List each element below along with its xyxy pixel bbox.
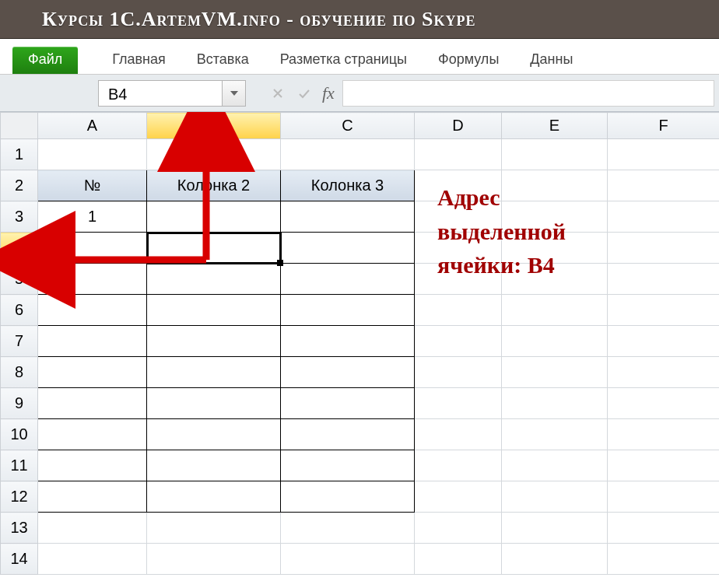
cell-A1[interactable] [38,139,147,170]
cell-F12[interactable] [608,481,720,513]
cell-A9[interactable] [38,388,147,419]
cell-D9[interactable] [415,388,502,419]
cell-E6[interactable] [502,295,608,326]
row-header-2[interactable]: 2 [1,170,38,201]
cell-F10[interactable] [608,419,720,450]
cell-D12[interactable] [415,481,502,513]
cell-B8[interactable] [147,357,281,388]
cell-B7[interactable] [147,326,281,357]
row-header-10[interactable]: 10 [1,419,38,450]
cell-F13[interactable] [608,513,720,544]
row-header-14[interactable]: 14 [1,544,38,575]
cell-B3[interactable] [147,201,281,233]
cell-F1[interactable] [608,139,720,170]
cell-E1[interactable] [502,139,608,170]
cell-D6[interactable] [415,295,502,326]
cell-D13[interactable] [415,513,502,544]
cell-B9[interactable] [147,388,281,419]
cell-A2[interactable]: № [38,170,147,201]
row-header-1[interactable]: 1 [1,139,38,170]
cell-B10[interactable] [147,419,281,450]
cell-A3[interactable]: 1 [38,201,147,233]
cell-D7[interactable] [415,326,502,357]
cell-D11[interactable] [415,450,502,481]
cell-D1[interactable] [415,139,502,170]
row-header-3[interactable]: 3 [1,201,38,233]
cell-A8[interactable] [38,357,147,388]
cell-A6[interactable] [38,295,147,326]
cell-B4[interactable] [147,233,281,264]
row-header-9[interactable]: 9 [1,388,38,419]
cell-B5[interactable] [147,264,281,295]
cell-D10[interactable] [415,419,502,450]
tab-formulas[interactable]: Формулы [423,45,514,74]
cell-C11[interactable] [281,450,415,481]
row-header-7[interactable]: 7 [1,326,38,357]
cell-F14[interactable] [608,544,720,575]
cell-C1[interactable] [281,139,415,170]
cell-F8[interactable] [608,357,720,388]
cell-C10[interactable] [281,419,415,450]
file-tab[interactable]: Файл [12,47,78,74]
cell-A13[interactable] [38,513,147,544]
cell-B6[interactable] [147,295,281,326]
row-header-13[interactable]: 13 [1,513,38,544]
cell-B2[interactable]: Колонка 2 [147,170,281,201]
row-header-5[interactable]: 5 [1,264,38,295]
tab-data[interactable]: Данны [514,45,588,74]
cell-B13[interactable] [147,513,281,544]
enter-icon[interactable] [291,80,317,107]
cell-C9[interactable] [281,388,415,419]
col-header-A[interactable]: A [38,113,147,139]
formula-input[interactable] [342,80,714,107]
cell-A12[interactable] [38,481,147,513]
fx-label[interactable]: fx [322,83,335,103]
cell-B11[interactable] [147,450,281,481]
cell-A14[interactable] [38,544,147,575]
cell-F6[interactable] [608,295,720,326]
tab-insert[interactable]: Вставка [181,45,265,74]
col-header-B[interactable]: B [147,113,281,139]
cell-C2[interactable]: Колонка 3 [281,170,415,201]
cell-E9[interactable] [502,388,608,419]
cell-F9[interactable] [608,388,720,419]
cell-E11[interactable] [502,450,608,481]
cell-A5[interactable] [38,264,147,295]
cell-F11[interactable] [608,450,720,481]
cell-B1[interactable] [147,139,281,170]
cell-E8[interactable] [502,357,608,388]
cell-E14[interactable] [502,544,608,575]
cell-A10[interactable] [38,419,147,450]
cell-D14[interactable] [415,544,502,575]
cell-F7[interactable] [608,326,720,357]
col-header-E[interactable]: E [502,113,608,139]
cell-E10[interactable] [502,419,608,450]
cell-B14[interactable] [147,544,281,575]
cell-C3[interactable] [281,201,415,233]
col-header-C[interactable]: C [281,113,415,139]
cell-C6[interactable] [281,295,415,326]
cell-A4[interactable] [38,233,147,264]
cell-C14[interactable] [281,544,415,575]
row-header-11[interactable]: 11 [1,450,38,481]
cell-C7[interactable] [281,326,415,357]
tab-page-layout[interactable]: Разметка страницы [265,45,423,74]
row-header-12[interactable]: 12 [1,481,38,513]
row-header-6[interactable]: 6 [1,295,38,326]
cell-B12[interactable] [147,481,281,513]
cell-C8[interactable] [281,357,415,388]
cell-A11[interactable] [38,450,147,481]
name-box[interactable]: B4 [98,80,223,107]
col-header-D[interactable]: D [415,113,502,139]
row-header-4[interactable]: 4 [1,233,38,264]
cell-A7[interactable] [38,326,147,357]
row-header-8[interactable]: 8 [1,357,38,388]
cell-E7[interactable] [502,326,608,357]
cancel-icon[interactable] [265,80,291,107]
cell-C12[interactable] [281,481,415,513]
cell-E12[interactable] [502,481,608,513]
cell-C13[interactable] [281,513,415,544]
cell-C5[interactable] [281,264,415,295]
cell-C4[interactable] [281,233,415,264]
cell-E13[interactable] [502,513,608,544]
